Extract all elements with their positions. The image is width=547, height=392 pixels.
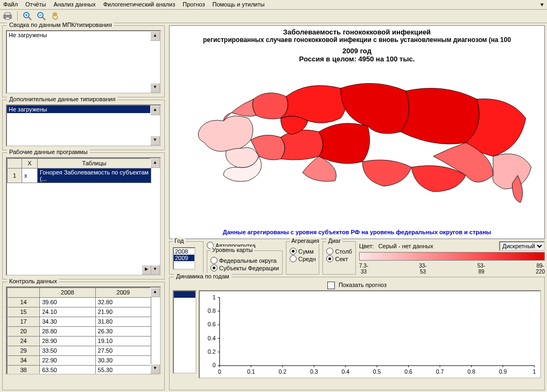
mpk-listbox[interactable]: Не загружены ▲ ▼ xyxy=(6,30,161,94)
workdata-group: Рабочие данные программы XТаблицы 1 x Го… xyxy=(2,152,165,279)
table-row[interactable]: 1439.6032.80 xyxy=(8,297,151,307)
year-2009[interactable]: 2009 xyxy=(174,255,194,261)
diag-col-radio[interactable]: Столб xyxy=(326,248,352,255)
svg-text:1: 1 xyxy=(533,368,536,375)
mpk-summary-group: Сводка по данным МПК/типирования Не загр… xyxy=(2,25,165,97)
year-list[interactable]: 2008 2009 xyxy=(173,247,195,270)
svg-rect-2 xyxy=(5,17,10,19)
svg-text:0.5: 0.5 xyxy=(373,368,381,375)
color-mode-select[interactable]: Дискретный xyxy=(499,241,545,251)
map-year: 2009 год xyxy=(342,47,371,55)
svg-text:0: 0 xyxy=(213,362,216,368)
typing-group: Дополнительные данные типирования Не заг… xyxy=(2,100,165,150)
diag-label: Диаг xyxy=(326,237,342,244)
diag-sec-radio[interactable]: Сект xyxy=(326,255,352,262)
svg-text:0.6: 0.6 xyxy=(208,321,216,327)
dynamics-chart[interactable]: 00.20.40.60.8100.10.20.30.40.50.60.70.80… xyxy=(199,290,541,379)
menu-bar: Файл Отчёты Анализ данных Филогенетическ… xyxy=(0,0,547,10)
scroll-down-icon[interactable]: ▼ xyxy=(150,265,160,275)
svg-text:0.7: 0.7 xyxy=(436,368,444,375)
russia-map[interactable] xyxy=(172,63,542,228)
svg-text:0.3: 0.3 xyxy=(310,368,318,375)
scroll-up-icon[interactable]: ▲ xyxy=(150,106,160,115)
zoom-out-icon[interactable] xyxy=(37,12,46,20)
svg-line-8 xyxy=(43,17,45,20)
pan-icon[interactable] xyxy=(51,12,60,20)
typing-listbox[interactable]: Не загружены ▲ ▼ xyxy=(6,104,161,146)
table-row[interactable]: 3422.9030.30 xyxy=(8,355,151,365)
color-gray-label: Серый - нет данных xyxy=(378,243,433,249)
svg-text:0.2: 0.2 xyxy=(208,348,216,355)
svg-text:0.1: 0.1 xyxy=(247,368,255,375)
scroll-up-icon[interactable]: ▲ xyxy=(150,31,160,41)
forecast-label: Показать прогноз xyxy=(339,282,387,288)
table-row[interactable]: 2428.9019.10 xyxy=(8,336,151,346)
forecast-checkbox[interactable] xyxy=(327,282,335,289)
agg-box: Агрегация Сумм Средн xyxy=(286,241,319,275)
svg-text:0.8: 0.8 xyxy=(467,368,475,375)
zoom-in-icon[interactable] xyxy=(23,12,32,20)
workdata-title: Рабочие данные программы xyxy=(7,149,90,155)
scroll-up-icon[interactable]: ▲ xyxy=(150,158,160,168)
svg-line-4 xyxy=(29,17,31,20)
menu-collapse-icon[interactable]: ▾ xyxy=(541,1,544,8)
legend-ticks: 7.3- 3333- 5353- 8989- 220 xyxy=(359,263,545,275)
menu-file[interactable]: Файл xyxy=(3,1,18,8)
menu-phylo[interactable]: Филогенетический анализ xyxy=(103,1,176,8)
scroll-down-icon[interactable]: ▼ xyxy=(150,364,160,374)
scroll-down-icon[interactable]: ▼ xyxy=(150,136,160,145)
maplevel-fo-radio[interactable]: Федеральные округа xyxy=(211,257,279,264)
table-row[interactable]: 3863.5055.30 xyxy=(8,365,151,375)
diag-box: Диаг Столб Сект xyxy=(322,241,355,275)
svg-text:0.4: 0.4 xyxy=(341,368,349,375)
year-2008[interactable]: 2008 xyxy=(174,248,194,255)
mpk-group-title: Сводка по данным МПК/типирования xyxy=(7,22,114,28)
dyn-sidebar[interactable] xyxy=(173,290,197,374)
table-row[interactable]: 1524.1021.90 xyxy=(8,307,151,317)
maplevel-sf-radio[interactable]: Субъекты Федерации xyxy=(211,264,279,271)
map-title-1: Заболеваемость гонококковой инфекцией xyxy=(283,28,431,36)
svg-text:0.9: 0.9 xyxy=(499,368,507,375)
table-row[interactable]: 2028.8026.30 xyxy=(8,326,151,336)
menu-reports[interactable]: Отчёты xyxy=(25,1,46,8)
color-legend xyxy=(359,252,545,261)
agg-sum-radio[interactable]: Сумм xyxy=(290,248,315,255)
svg-text:0: 0 xyxy=(218,368,221,375)
map-pane: Заболеваемость гонококковой инфекцией ре… xyxy=(169,25,545,239)
typing-text: Не загружены xyxy=(7,106,160,113)
map-title-2: регистрированных случаев гонококковой ин… xyxy=(203,36,511,44)
typing-group-title: Дополнительные данные типирования xyxy=(7,96,117,102)
year-label: Год xyxy=(173,237,186,244)
col-tables[interactable]: Таблицы xyxy=(38,158,151,168)
color-box: Цвет: Серый - нет данных Дискретный 7.3-… xyxy=(359,241,545,275)
dynamics-title: Динамика по годам xyxy=(174,273,232,279)
maplevel-label: Уровень карты xyxy=(211,247,254,253)
dynamics-group: Динамика по годам Показать прогноз 00.20… xyxy=(169,277,545,390)
scroll-right-icon[interactable]: ▶ xyxy=(142,265,151,275)
map-footer: Данные агрегированы с уровня субъектов Р… xyxy=(222,228,492,236)
table-row[interactable]: 2933.5027.50 xyxy=(8,346,151,355)
workdata-grid[interactable]: XТаблицы 1 x Гонорея Заболеваемость по с… xyxy=(6,157,161,276)
scroll-down-icon[interactable]: ▼ xyxy=(150,83,160,93)
menu-forecast[interactable]: Прогноз xyxy=(183,1,205,8)
table-row[interactable]: 1 x Гонорея Заболеваемость по субъектам … xyxy=(8,168,151,183)
map-total: Россия в целом: 4950 на 100 тыс. xyxy=(299,55,415,63)
menu-help[interactable]: Помощь и утилиты xyxy=(213,1,265,8)
mpk-text: Не загружены xyxy=(7,31,160,39)
year-box: Год 2008 2009 xyxy=(169,241,204,275)
agg-label: Агрегация xyxy=(290,237,321,244)
col-x[interactable]: X xyxy=(22,158,38,168)
datacontrol-grid[interactable]: 200820091439.6032.801524.1021.901734.303… xyxy=(6,286,161,375)
map-controls: Год 2008 2009 Автопрокрутка Уровень карт… xyxy=(169,241,545,275)
svg-text:0.6: 0.6 xyxy=(404,368,412,375)
menu-analysis[interactable]: Анализ данных xyxy=(53,1,95,8)
scroll-up-icon[interactable]: ▲ xyxy=(150,288,160,297)
print-icon[interactable] xyxy=(3,12,12,20)
svg-text:1: 1 xyxy=(213,294,216,300)
svg-text:0.2: 0.2 xyxy=(278,368,286,375)
svg-text:0.8: 0.8 xyxy=(208,307,216,314)
agg-avg-radio[interactable]: Средн xyxy=(290,255,315,262)
table-row[interactable]: 1734.3031.80 xyxy=(8,317,151,326)
color-label: Цвет: xyxy=(359,243,374,249)
datacontrol-group: Контроль данных 200820091439.6032.801524… xyxy=(2,282,165,390)
